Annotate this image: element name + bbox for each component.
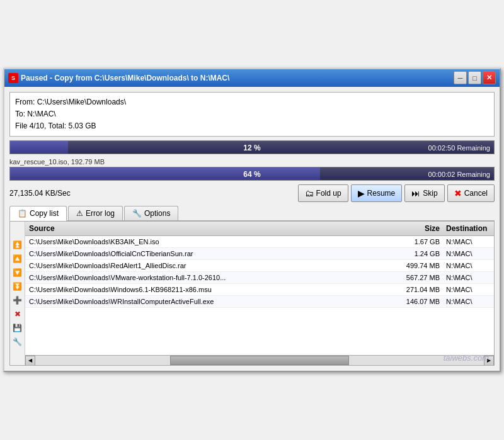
move-up-icon[interactable]: 🔼 — [12, 253, 23, 264]
col-header-dest: Destination — [444, 224, 494, 233]
row-dest: N:\MAC\ — [444, 238, 494, 245]
file-table: ⏫ 🔼 🔽 ⏬ ➕ ✖ 💾 🔧 Source Size Destination — [9, 221, 495, 366]
from-value: C:\Users\Mike\Downloads\ — [37, 98, 126, 106]
row-source: C:\Users\Mike\Downloads\OfficialCnCTiber… — [25, 250, 393, 257]
tab-options[interactable]: 🔧 Options — [124, 206, 178, 220]
row-source: C:\Users\Mike\Downloads\RedAlert1_Allied… — [25, 262, 393, 269]
copy-list-tab-icon: 📋 — [18, 209, 27, 218]
main-window: S Paused - Copy from C:\Users\Mike\Downl… — [3, 68, 501, 373]
row-source: C:\Users\Mike\Downloads\Windows6.1-KB968… — [25, 286, 393, 293]
row-size: 146.07 MB — [393, 298, 444, 305]
row-size: 567.27 MB — [393, 274, 444, 281]
table-row[interactable]: C:\Users\Mike\Downloads\WRInstallCompute… — [25, 296, 494, 308]
close-button[interactable]: ✕ — [483, 71, 496, 84]
col-header-source: Source — [25, 224, 393, 233]
row-dest: N:\MAC\ — [444, 262, 494, 269]
current-file-label: kav_rescue_10.iso, 192.79 MB — [9, 158, 495, 166]
to-value: N:\MAC\ — [27, 110, 55, 118]
file-progress-section: 64 % 00:00:02 Remaining — [9, 167, 495, 181]
fold-up-icon: 🗂 — [305, 188, 314, 198]
move-down-icon[interactable]: 🔽 — [12, 267, 23, 278]
table-rows: C:\Users\Mike\Downloads\KB3AIK_EN.iso 1.… — [25, 236, 494, 352]
row-source: C:\Users\Mike\Downloads\KB3AIK_EN.iso — [25, 238, 393, 245]
resume-icon: ▶ — [358, 188, 365, 198]
skip-icon: ⏭ — [411, 188, 420, 198]
table-row[interactable]: C:\Users\Mike\Downloads\Windows6.1-KB968… — [25, 284, 494, 296]
options-tab-icon: 🔧 — [132, 209, 142, 218]
row-source: C:\Users\Mike\Downloads\VMware-workstati… — [25, 274, 393, 281]
action-buttons: 🗂 Fold up ▶ Resume ⏭ Skip ✖ Cancel — [298, 184, 495, 202]
save-icon[interactable]: 💾 — [12, 322, 23, 334]
scroll-thumb[interactable] — [170, 356, 350, 365]
table-row[interactable]: C:\Users\Mike\Downloads\KB3AIK_EN.iso 1.… — [25, 236, 494, 248]
error-log-tab-label: Error log — [86, 209, 115, 218]
settings-icon[interactable]: 🔧 — [12, 336, 23, 347]
row-dest: N:\MAC\ — [444, 286, 494, 293]
options-tab-label: Options — [144, 209, 170, 218]
skip-button[interactable]: ⏭ Skip — [404, 184, 444, 202]
skip-label: Skip — [423, 189, 437, 198]
row-dest: N:\MAC\ — [444, 298, 494, 305]
resume-label: Resume — [367, 189, 396, 198]
from-label: From: — [15, 98, 35, 106]
content-area: From: C:\Users\Mike\Downloads\ To: N:\MA… — [4, 87, 500, 371]
window-title: Paused - Copy from C:\Users\Mike\Downloa… — [21, 74, 229, 82]
row-source: C:\Users\Mike\Downloads\WRInstallCompute… — [25, 298, 393, 305]
controls-row: 27,135.04 KB/Sec 🗂 Fold up ▶ Resume ⏭ Sk… — [9, 184, 495, 202]
col-header-size: Size — [393, 224, 444, 233]
file-progress-bar: 64 % 00:00:02 Remaining — [9, 167, 495, 181]
remove-icon[interactable]: ✖ — [12, 308, 23, 320]
title-controls: ─ □ ✕ — [454, 71, 496, 84]
cancel-icon: ✖ — [454, 188, 462, 198]
overall-progress-section: 12 % 00:02:50 Remaining — [9, 140, 495, 154]
file-info: File 4/10, Total: 5.03 GB — [15, 120, 489, 132]
row-size: 1.67 GB — [393, 238, 444, 245]
tab-copy-list[interactable]: 📋 Copy list — [9, 206, 67, 221]
to-label: To: — [15, 110, 25, 118]
fold-up-button[interactable]: 🗂 Fold up — [298, 184, 348, 202]
watermark: taiwebs.com — [444, 353, 489, 363]
table-row[interactable]: C:\Users\Mike\Downloads\OfficialCnCTiber… — [25, 248, 494, 260]
overall-progress-bar: 12 % 00:02:50 Remaining — [9, 140, 495, 154]
row-size: 271.04 MB — [393, 286, 444, 293]
side-icon-bar: ⏫ 🔼 🔽 ⏬ ➕ ✖ 💾 🔧 — [10, 222, 25, 365]
move-bottom-icon[interactable]: ⏬ — [12, 281, 23, 292]
title-bar-left: S Paused - Copy from C:\Users\Mike\Downl… — [8, 73, 229, 83]
horizontal-scrollbar[interactable]: ◀ ▶ — [25, 355, 494, 365]
cancel-button[interactable]: ✖ Cancel — [447, 184, 495, 202]
overall-progress-text: 12 % — [10, 141, 494, 155]
table-area: Source Size Destination C:\Users\Mike\Do… — [25, 222, 494, 365]
app-icon: S — [8, 73, 18, 83]
maximize-button[interactable]: □ — [468, 71, 481, 84]
add-icon[interactable]: ➕ — [12, 295, 23, 306]
tab-bar: 📋 Copy list ⚠ Error log 🔧 Options — [9, 206, 495, 221]
info-block: From: C:\Users\Mike\Downloads\ To: N:\MA… — [9, 92, 495, 137]
fold-up-label: Fold up — [316, 189, 341, 198]
row-dest: N:\MAC\ — [444, 274, 494, 281]
title-bar: S Paused - Copy from C:\Users\Mike\Downl… — [4, 69, 500, 87]
file-remaining: 00:00:02 Remaining — [428, 167, 490, 181]
speed-display: 27,135.04 KB/Sec — [9, 189, 71, 198]
row-dest: N:\MAC\ — [444, 250, 494, 257]
table-row[interactable]: C:\Users\Mike\Downloads\VMware-workstati… — [25, 272, 494, 284]
copy-list-tab-label: Copy list — [30, 209, 59, 218]
resume-button[interactable]: ▶ Resume — [351, 184, 403, 202]
scroll-left-arrow[interactable]: ◀ — [25, 356, 35, 366]
table-header: Source Size Destination — [25, 222, 494, 236]
from-line: From: C:\Users\Mike\Downloads\ — [15, 96, 489, 108]
tab-error-log[interactable]: ⚠ Error log — [68, 206, 123, 220]
row-size: 1.24 GB — [393, 250, 444, 257]
cancel-label: Cancel — [464, 189, 488, 198]
error-log-tab-icon: ⚠ — [76, 209, 83, 218]
row-size: 499.74 MB — [393, 262, 444, 269]
table-row[interactable]: C:\Users\Mike\Downloads\RedAlert1_Allied… — [25, 260, 494, 272]
to-line: To: N:\MAC\ — [15, 108, 489, 120]
overall-remaining: 00:02:50 Remaining — [428, 141, 490, 155]
minimize-button[interactable]: ─ — [454, 71, 467, 84]
scroll-track[interactable] — [35, 356, 484, 365]
move-top-icon[interactable]: ⏫ — [12, 239, 23, 251]
file-progress-text: 64 % — [10, 167, 494, 181]
